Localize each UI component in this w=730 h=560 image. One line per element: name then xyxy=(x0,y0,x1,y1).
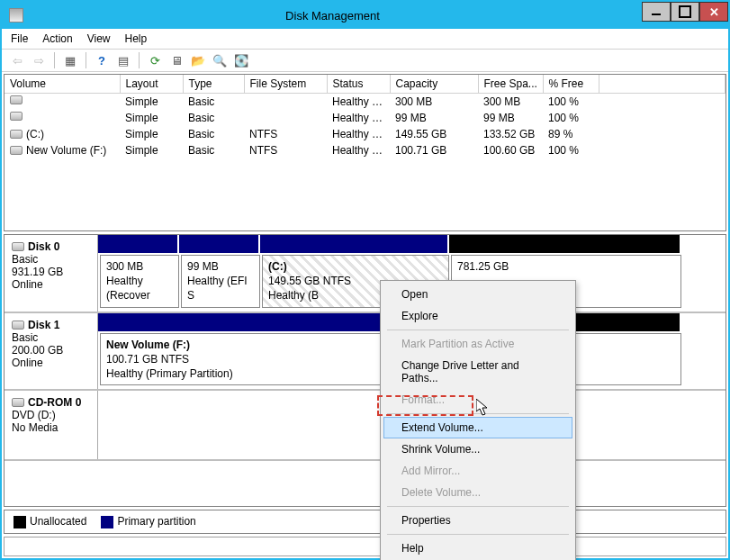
col-free[interactable]: Free Spa... xyxy=(478,75,543,94)
disk-name: CD-ROM 0 xyxy=(28,396,81,409)
context-menu: OpenExploreMark Partition as ActiveChang… xyxy=(380,280,576,560)
volume-list-pane: Volume Layout Type File System Status Ca… xyxy=(4,74,726,231)
col-filesystem[interactable]: File System xyxy=(244,75,327,94)
toolbar: ⇦ ⇨ ▦ ? ▤ ⟳ 🖥 📂 🔍 💽 xyxy=(2,50,728,72)
vol-name: (C:) xyxy=(26,128,44,140)
vol-status: Healthy (R... xyxy=(327,94,390,111)
vol-free: 133.52 GB xyxy=(478,126,543,142)
ctx-item-format: Format... xyxy=(383,389,572,411)
table-row[interactable]: Simple Basic Healthy (E... 99 MB 99 MB 1… xyxy=(5,110,725,126)
table-row[interactable]: New Volume (F:) Simple Basic NTFS Health… xyxy=(5,142,725,158)
vol-pct: 100 % xyxy=(543,94,599,111)
app-icon xyxy=(9,8,23,23)
col-volume[interactable]: Volume xyxy=(5,75,120,94)
menubar: File Action View Help xyxy=(2,29,728,50)
ctx-item-change-drive-letter-and-paths[interactable]: Change Drive Letter and Paths... xyxy=(383,355,572,389)
vol-type: Basic xyxy=(183,142,244,158)
vol-layout: Simple xyxy=(120,142,183,158)
table-row[interactable]: (C:) Simple Basic NTFS Healthy (B... 149… xyxy=(5,126,725,142)
col-capacity[interactable]: Capacity xyxy=(390,75,478,94)
computer-icon[interactable]: 🖥 xyxy=(168,52,185,68)
legend-swatch-unallocated xyxy=(14,516,26,528)
grid-icon[interactable]: ▦ xyxy=(62,52,78,68)
list-icon[interactable]: ▤ xyxy=(115,52,131,68)
ctx-item-properties[interactable]: Properties xyxy=(383,510,572,531)
ctx-item-explore[interactable]: Explore xyxy=(383,305,572,327)
col-spacer xyxy=(599,75,725,94)
search-icon[interactable]: 🔍 xyxy=(212,52,228,68)
vol-type: Basic xyxy=(183,94,244,111)
disk-type: Basic xyxy=(12,253,90,266)
vol-pct: 100 % xyxy=(543,110,599,126)
vol-free: 300 MB xyxy=(478,94,543,111)
vol-cap: 149.55 GB xyxy=(390,126,478,142)
disk-name: Disk 1 xyxy=(28,319,59,331)
ctx-item-shrink-volume[interactable]: Shrink Volume... xyxy=(383,438,572,460)
drive-icon xyxy=(10,95,23,104)
disk-icon xyxy=(12,398,24,407)
vol-status: Healthy (B... xyxy=(327,126,390,142)
disk-label: Disk 0 Basic 931.19 GB Online xyxy=(5,235,98,312)
close-button[interactable] xyxy=(699,2,728,22)
ctx-item-mark-partition-as-active: Mark Partition as Active xyxy=(383,333,572,355)
disk-state: Online xyxy=(12,357,90,369)
ctx-item-help[interactable]: Help xyxy=(383,537,572,559)
vol-cap: 100.71 GB xyxy=(390,142,478,158)
disk-label: Disk 1 Basic 200.00 GB Online xyxy=(5,313,98,390)
menu-view[interactable]: View xyxy=(87,32,111,45)
col-status[interactable]: Status xyxy=(327,75,390,94)
vol-type: Basic xyxy=(183,126,244,142)
vol-fs xyxy=(244,110,327,126)
disk-map-pane: Disk 0 Basic 931.19 GB Online300 MBHealt… xyxy=(4,234,726,507)
disk-size: 200.00 GB xyxy=(12,344,90,357)
maximize-button[interactable] xyxy=(671,2,699,22)
ctx-item-extend-volume[interactable]: Extend Volume... xyxy=(383,417,572,438)
disk-row: Disk 0 Basic 931.19 GB Online300 MBHealt… xyxy=(5,235,725,313)
disk-label: CD-ROM 0 DVD (D:) No Media xyxy=(5,391,98,459)
partition[interactable]: 99 MBHealthy (EFI S xyxy=(181,255,260,308)
disk-size: 931.19 GB xyxy=(12,266,90,278)
legend: Unallocated Primary partition xyxy=(4,510,726,534)
partition-size: 99 MB xyxy=(187,259,254,274)
menu-help[interactable]: Help xyxy=(125,32,148,45)
refresh-icon[interactable]: ⟳ xyxy=(147,52,163,68)
partition-status: Healthy (Recover xyxy=(106,274,173,303)
drive-icon xyxy=(10,112,23,121)
minimize-button[interactable] xyxy=(642,2,671,22)
vol-pct: 89 % xyxy=(543,126,599,142)
disk-state: Online xyxy=(12,278,90,291)
menu-file[interactable]: File xyxy=(11,32,28,45)
open-icon[interactable]: 📂 xyxy=(190,52,206,68)
disk-name: Disk 0 xyxy=(28,240,59,253)
help-icon[interactable]: ? xyxy=(94,52,110,68)
table-row[interactable]: Simple Basic Healthy (R... 300 MB 300 MB… xyxy=(5,94,725,111)
vol-status: Healthy (P... xyxy=(327,142,390,158)
vol-status: Healthy (E... xyxy=(327,110,390,126)
disk-state: No Media xyxy=(12,421,90,434)
disk-row: Disk 1 Basic 200.00 GB OnlineNew Volume … xyxy=(5,313,725,392)
disk-type: Basic xyxy=(12,331,90,344)
partition-status: Healthy (EFI S xyxy=(187,274,254,303)
vol-pct: 100 % xyxy=(543,142,599,158)
col-type[interactable]: Type xyxy=(183,75,244,94)
col-pctfree[interactable]: % Free xyxy=(543,75,599,94)
partition-size: 781.25 GB xyxy=(457,259,675,274)
window-title: Disk Management xyxy=(23,9,642,23)
statusbar xyxy=(4,537,726,556)
disk-icon[interactable]: 💽 xyxy=(233,52,249,68)
menu-action[interactable]: Action xyxy=(42,32,72,45)
col-layout[interactable]: Layout xyxy=(120,75,183,94)
back-icon: ⇦ xyxy=(9,52,25,68)
ctx-item-open[interactable]: Open xyxy=(383,284,572,305)
vol-type: Basic xyxy=(183,110,244,126)
vol-cap: 300 MB xyxy=(390,94,478,111)
vol-free: 100.60 GB xyxy=(478,142,543,158)
ctx-item-delete-volume: Delete Volume... xyxy=(383,482,572,503)
partition-title: (C:) xyxy=(268,259,443,274)
vol-fs: NTFS xyxy=(244,126,327,142)
vol-layout: Simple xyxy=(120,126,183,142)
vol-layout: Simple xyxy=(120,110,183,126)
titlebar: Disk Management xyxy=(2,2,728,29)
vol-fs xyxy=(244,94,327,111)
partition[interactable]: 300 MBHealthy (Recover xyxy=(100,255,179,308)
